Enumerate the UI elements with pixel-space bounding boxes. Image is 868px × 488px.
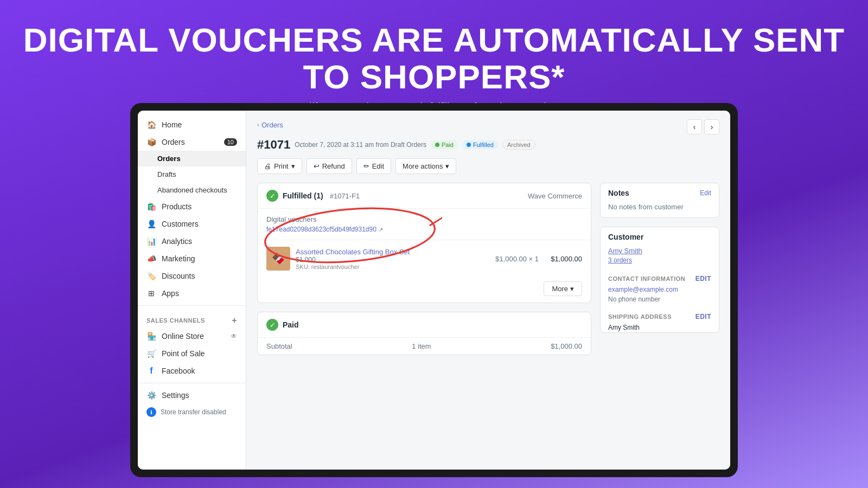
sidebar-item-home[interactable]: 🏠 Home — [138, 116, 246, 133]
sidebar-item-orders[interactable]: 📦 Orders 10 — [138, 133, 246, 151]
product-total: $1,000.00 — [544, 255, 582, 263]
sidebar-item-orders-sub[interactable]: Orders — [138, 151, 246, 166]
edit-button[interactable]: ✏ Edit — [356, 158, 391, 174]
facebook-icon: f — [146, 366, 156, 376]
paid-badge: Paid — [431, 140, 458, 149]
sidebar-item-abandoned[interactable]: Abandoned checkouts — [138, 182, 246, 198]
notes-content: No notes from customer — [608, 203, 684, 211]
product-image: 🍫 — [266, 247, 290, 271]
notes-body: No notes from customer — [601, 201, 719, 217]
sidebar-item-settings[interactable]: ⚙️ Settings — [138, 387, 246, 404]
drafts-label: Drafts — [157, 170, 176, 178]
customers-icon: 👤 — [146, 219, 156, 229]
fulfilled-check-icon: ✓ — [266, 190, 278, 202]
shipping-label: SHIPPING ADDRESS Edit — [601, 309, 719, 323]
breadcrumb-arrow: ‹ — [257, 121, 259, 129]
refund-icon: ↩ — [314, 162, 320, 170]
voucher-section: Digital vouchers fe17ead02098d3623cf5db4… — [258, 209, 591, 240]
apps-icon: ⊞ — [146, 288, 156, 298]
subtotal-row: Subtotal 1 item $1,000.00 — [258, 338, 591, 355]
fulfilled-id: #1071-F1 — [330, 192, 360, 200]
more-dropdown-icon: ▾ — [445, 162, 449, 170]
product-info: Assorted Chocolates Gifting Box Set $1,0… — [296, 248, 490, 270]
customer-orders-link[interactable]: 3 orders — [608, 256, 632, 264]
device-frame: 🏠 Home 📦 Orders 10 Orders Drafts Abandon… — [130, 103, 738, 477]
eye-icon[interactable]: 👁 — [231, 332, 237, 340]
customer-title: Customer — [608, 233, 643, 241]
breadcrumb-parent[interactable]: Orders — [261, 121, 283, 129]
print-button[interactable]: 🖨 Print ▾ — [257, 158, 302, 174]
external-link-icon: ↗ — [379, 227, 383, 233]
fulfilled-dot — [467, 143, 471, 147]
sidebar-item-pos[interactable]: 🛒 Point of Sale — [138, 345, 246, 362]
notes-edit-link[interactable]: Edit — [700, 189, 711, 197]
product-price: $1,000 — [296, 256, 490, 264]
subtotal-items: 1 item — [412, 342, 431, 350]
fulfilled-title: Fulfilled (1) — [283, 191, 323, 200]
shipping-name: Amy Smith — [601, 323, 719, 332]
fulfilled-card: ✓ Fulfilled (1) #1071-F1 Wave Commerce D… — [257, 183, 591, 303]
paid-check-icon: ✓ — [266, 319, 278, 331]
store-transfer: ℹ Store transfer disabled — [138, 404, 246, 420]
sidebar-item-discounts[interactable]: 🏷️ Discounts — [138, 267, 246, 285]
sidebar-orders-label: Orders — [162, 138, 185, 146]
more-button[interactable]: More ▾ — [544, 281, 582, 296]
sales-channels-label: SALES CHANNELS + — [138, 309, 246, 328]
nav-prev-button[interactable]: ‹ — [687, 119, 702, 134]
store-icon: 🏪 — [146, 331, 156, 341]
customer-body: Amy Smith 3 orders — [601, 245, 719, 271]
contact-edit-link[interactable]: Edit — [695, 275, 711, 282]
facebook-label: Facebook — [162, 367, 195, 375]
marketing-label: Marketing — [162, 254, 195, 263]
product-row: 🍫 Assorted Chocolates Gifting Box Set $1… — [258, 240, 591, 277]
sidebar-item-products[interactable]: 🛍️ Products — [138, 198, 246, 215]
shipping-edit-link[interactable]: Edit — [695, 313, 711, 320]
order-meta: October 7, 2020 at 3:11 am from Draft Or… — [295, 141, 426, 149]
settings-icon: ⚙️ — [146, 390, 156, 400]
sidebar-item-analytics[interactable]: 📊 Analytics — [138, 233, 246, 250]
fulfilled-card-header: ✓ Fulfilled (1) #1071-F1 Wave Commerce — [258, 183, 591, 209]
fulfilled-header-left: ✓ Fulfilled (1) #1071-F1 — [266, 190, 360, 202]
notes-header: Notes Edit — [601, 183, 719, 201]
more-chevron-icon: ▾ — [570, 285, 574, 293]
analytics-label: Analytics — [162, 237, 192, 246]
discounts-icon: 🏷️ — [146, 271, 156, 281]
sidebar-item-facebook[interactable]: f Facebook — [138, 362, 246, 380]
product-name[interactable]: Assorted Chocolates Gifting Box Set — [296, 248, 490, 256]
fulfilled-badge: Fulfilled — [462, 140, 498, 149]
add-channel-icon[interactable]: + — [232, 316, 237, 325]
sidebar-item-marketing[interactable]: 📣 Marketing — [138, 250, 246, 267]
subtotal-value: $1,000.00 — [551, 342, 582, 350]
products-label: Products — [162, 202, 192, 211]
analytics-icon: 📊 — [146, 236, 156, 246]
contact-phone: No phone number — [601, 294, 719, 309]
voucher-link[interactable]: fe17ead02098d3623cf5db49fd931d90 ↗ — [266, 226, 582, 233]
nav-next-button[interactable]: › — [704, 119, 719, 134]
sidebar-item-apps[interactable]: ⊞ Apps — [138, 285, 246, 302]
sidebar-item-drafts[interactable]: Drafts — [138, 166, 246, 182]
abandoned-label: Abandoned checkouts — [157, 186, 227, 194]
customer-name-link[interactable]: Amy Smith — [608, 247, 711, 255]
sidebar-item-customers[interactable]: 👤 Customers — [138, 215, 246, 233]
discounts-label: Discounts — [162, 272, 195, 280]
more-actions-button[interactable]: More actions ▾ — [395, 158, 456, 174]
contact-email[interactable]: example@example.com — [601, 285, 719, 294]
nav-arrows: ‹ › — [687, 119, 719, 134]
notes-title: Notes — [608, 189, 629, 197]
sidebar-item-online-store[interactable]: 🏪 Online Store 👁 — [138, 328, 246, 345]
refund-button[interactable]: ↩ Refund — [307, 158, 352, 174]
settings-label: Settings — [162, 391, 189, 400]
more-btn-row: More ▾ — [258, 277, 591, 303]
content-area: ‹ Orders ‹ › #1071 October 7, 2020 at 3:… — [246, 111, 730, 470]
home-icon: 🏠 — [146, 120, 156, 130]
orders-icon: 📦 — [146, 137, 156, 147]
pos-label: Point of Sale — [162, 349, 205, 358]
subtotal-label: Subtotal — [266, 342, 292, 350]
pos-icon: 🛒 — [146, 349, 156, 358]
main-column: ✓ Fulfilled (1) #1071-F1 Wave Commerce D… — [257, 183, 591, 364]
sidebar-divider — [138, 305, 246, 306]
main-layout: 🏠 Home 📦 Orders 10 Orders Drafts Abandon… — [138, 111, 730, 470]
order-title-row: #1071 October 7, 2020 at 3:11 am from Dr… — [257, 138, 535, 152]
transfer-icon: ℹ — [146, 407, 156, 417]
product-sku: SKU: restaurantvoucher — [296, 264, 490, 270]
